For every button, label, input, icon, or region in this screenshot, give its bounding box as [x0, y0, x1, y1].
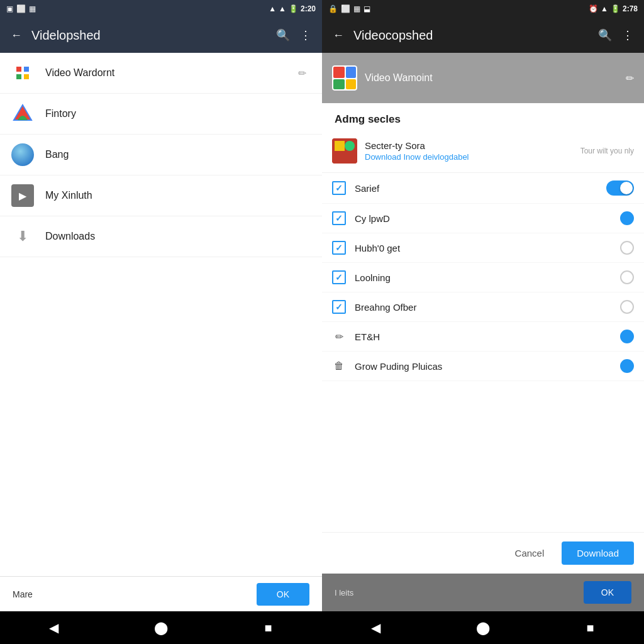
right-bottom-gray: I leits OK	[322, 574, 644, 611]
option-checkbox[interactable]	[332, 211, 346, 225]
right-search-button[interactable]: 🔍	[597, 28, 613, 43]
cylpwd-radio[interactable]	[620, 211, 634, 225]
left-panel: ▣ ⬜ ▦ ▲ ▲ 🔋 2:20 ← Videlopshed 🔍 ⋮	[0, 0, 322, 644]
list-item-label: Fintory	[45, 108, 312, 119]
list-item-label: Bang	[45, 149, 312, 160]
right-recent-nav-button[interactable]: ■	[577, 614, 604, 641]
bang-icon	[10, 142, 35, 167]
breahng-radio[interactable]	[620, 300, 634, 314]
svg-rect-7	[346, 79, 356, 89]
blue-sphere-icon	[11, 143, 34, 166]
option-checkbox[interactable]	[332, 181, 346, 195]
right-home-nav-button[interactable]: ⬤	[469, 614, 497, 641]
source-name: Secter-ty Sora	[365, 140, 580, 151]
my-xinluth-icon: ▶	[10, 183, 35, 208]
cancel-button[interactable]: Cancel	[502, 541, 557, 565]
option-row[interactable]: Breahng Ofber	[322, 292, 644, 322]
left-toolbar: ← Videlopshed 🔍 ⋮	[0, 18, 322, 53]
left-list: Video Wardornt ✏ Fintory Bang ▶	[0, 53, 322, 576]
option-checkbox[interactable]	[332, 300, 346, 314]
signal-icon: ▲	[279, 4, 286, 13]
right-back-nav-button[interactable]: ◀	[362, 614, 389, 641]
sim-card-icon: ▣	[6, 4, 13, 13]
battery-icon: 🔋	[289, 4, 298, 13]
video-wamoint-icon	[332, 65, 357, 91]
list-item[interactable]: Video Wardornt ✏	[0, 53, 322, 94]
list-item[interactable]: ⬇ Downloads	[0, 216, 322, 257]
sarief-toggle[interactable]	[606, 180, 634, 196]
svg-rect-4	[333, 67, 345, 78]
loolning-radio[interactable]	[620, 270, 634, 284]
option-row[interactable]: Hubh'0 get	[322, 233, 644, 263]
left-bottom-bar: Mare OK	[0, 576, 322, 611]
source-hint: Tour wilt you nly	[580, 147, 634, 155]
svg-rect-9	[335, 141, 345, 151]
grow-radio[interactable]	[620, 359, 634, 373]
list-item-label: My Xinluth	[45, 190, 312, 201]
svg-rect-0	[11, 62, 34, 84]
browser-icon: ⬜	[341, 4, 350, 13]
screenshot-icon: ▦	[29, 4, 36, 13]
left-back-nav-button[interactable]: ◀	[40, 614, 67, 641]
dialog-actions: Cancel Download	[322, 532, 644, 574]
signal-icon: ▲	[601, 4, 608, 13]
right-gray-top: Video Wamoint ✏	[322, 53, 644, 103]
download-button[interactable]: Download	[562, 541, 634, 565]
alarm-icon: ⏰	[589, 4, 598, 13]
option-row[interactable]: Cy lpwD	[322, 204, 644, 233]
list-item-edit-icon[interactable]: ✏	[292, 63, 312, 83]
right-toolbar: ← Videocopshed 🔍 ⋮	[322, 18, 644, 53]
dialog-source-row[interactable]: Secter-ty Sora Download Inow deivlogdabe…	[322, 132, 644, 173]
left-time: 2:20	[301, 4, 316, 13]
option-row[interactable]: Sarief	[322, 173, 644, 204]
option-row[interactable]: 🗑 Grow Puding Pluicas	[322, 352, 644, 381]
option-label: Hubh'0 get	[355, 243, 620, 253]
source-text-block: Secter-ty Sora Download Inow deivlogdabe…	[365, 140, 580, 162]
left-search-button[interactable]: 🔍	[275, 28, 291, 43]
source-sub: Download Inow deivlogdabel	[365, 152, 580, 162]
downloads-icon: ⬇	[10, 224, 35, 249]
right-more-button[interactable]: ⋮	[620, 28, 635, 43]
option-checkbox[interactable]	[332, 241, 346, 255]
list-item[interactable]: Fintory	[0, 94, 322, 135]
right-gray-top-label: Video Wamoint	[365, 72, 618, 84]
option-label: Cy lpwD	[355, 213, 620, 224]
wifi-icon: ▲	[269, 4, 276, 13]
lock-icon: 🔒	[328, 4, 338, 13]
hubh0get-radio[interactable]	[620, 241, 634, 255]
left-toolbar-title: Videlopshed	[31, 28, 268, 43]
option-checkbox-unchecked[interactable]: ✏	[332, 330, 346, 343]
svg-rect-6	[333, 79, 345, 89]
right-status-icons: 🔒 ⬜ ▦ ⬓	[328, 4, 370, 13]
dialog-title: Admg secles	[322, 103, 644, 132]
option-label: Grow Puding Pluicas	[355, 361, 620, 372]
option-checkbox-unchecked[interactable]: 🗑	[332, 359, 346, 373]
left-status-right: ▲ ▲ 🔋 2:20	[269, 4, 316, 13]
right-time: 2:78	[623, 4, 638, 13]
right-panel: 🔒 ⬜ ▦ ⬓ ⏰ ▲ 🔋 2:78 ← Videocopshed 🔍 ⋮	[322, 0, 644, 644]
option-row[interactable]: ✏ ET&H	[322, 322, 644, 352]
download-arrow-icon: ⬇	[11, 225, 34, 248]
right-dialog: Admg secles Secter-ty Sora Download Inow…	[322, 103, 644, 574]
left-recent-nav-button[interactable]: ■	[255, 614, 282, 641]
eth-radio[interactable]	[620, 330, 634, 343]
list-item[interactable]: Bang	[0, 135, 322, 175]
right-gray-top-edit-icon[interactable]: ✏	[626, 72, 634, 84]
right-status-bar: 🔒 ⬜ ▦ ⬓ ⏰ ▲ 🔋 2:78	[322, 0, 644, 18]
option-checkbox[interactable]	[332, 270, 346, 284]
option-label: ET&H	[355, 331, 620, 342]
left-nav-bar: ◀ ⬤ ■	[0, 611, 322, 644]
list-item[interactable]: ▶ My Xinluth	[0, 175, 322, 216]
left-home-nav-button[interactable]: ⬤	[147, 614, 175, 641]
source-icon	[332, 138, 357, 164]
screenshot-icon: ▦	[353, 4, 360, 13]
right-nav-bar: ◀ ⬤ ■	[322, 611, 644, 644]
option-row[interactable]: Loolning	[322, 263, 644, 292]
left-more-button[interactable]: ⋮	[298, 28, 313, 43]
right-back-button[interactable]: ←	[331, 28, 346, 43]
left-ok-button[interactable]: OK	[257, 583, 309, 606]
left-back-button[interactable]: ←	[9, 28, 24, 43]
option-label: Loolning	[355, 272, 620, 283]
list-item-label: Downloads	[45, 231, 312, 242]
right-ok-button[interactable]: OK	[584, 581, 631, 604]
